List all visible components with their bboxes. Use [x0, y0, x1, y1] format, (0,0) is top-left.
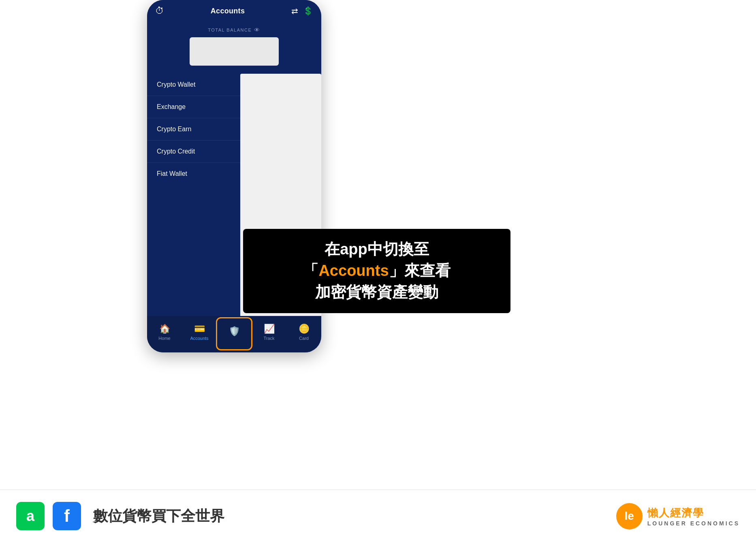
- annotation-line2-prefix: 「: [303, 262, 318, 279]
- balance-amount-placeholder: [190, 37, 279, 66]
- annotation-line2-suffix: 」來查看: [389, 262, 451, 279]
- menu-label-crypto-wallet: Crypto Wallet: [157, 81, 195, 88]
- nav-label-card: Card: [299, 336, 309, 341]
- nav-item-track[interactable]: 📈 Track: [252, 324, 286, 341]
- nav-label-home: Home: [158, 336, 170, 341]
- annotation-line2: 「Accounts」來查看: [255, 260, 498, 282]
- eye-icon[interactable]: 👁: [254, 27, 261, 33]
- nav-label-track: Track: [263, 336, 274, 341]
- clock-icon[interactable]: ⏱: [155, 6, 164, 16]
- menu-label-crypto-credit: Crypto Credit: [157, 148, 195, 155]
- menu-label-crypto-earn: Crypto Earn: [157, 126, 191, 133]
- facebook-letter: f: [64, 506, 70, 526]
- lounger-letter: le: [625, 510, 634, 523]
- annotation-line1: 在app中切換至: [255, 239, 498, 260]
- green-logo: a: [16, 502, 45, 530]
- bottom-navigation: 🏠 Home 💳 Accounts 🛡️ 📈 Track 🪙 Card: [147, 316, 321, 352]
- header-title: Accounts: [211, 7, 245, 15]
- bottom-main-text: 數位貨幣買下全世界: [93, 506, 224, 526]
- lounger-name-english: LOUNGER ECONOMICS: [647, 520, 740, 527]
- bottom-bar: a f 數位貨幣買下全世界 le 懶人經濟學 LOUNGER ECONOMICS: [0, 489, 756, 542]
- defi-icon: 🛡️: [229, 326, 240, 337]
- lounger-name-chinese: 懶人經濟學: [647, 506, 740, 520]
- balance-section: TOTAL BALANCE 👁: [147, 20, 321, 74]
- facebook-logo: f: [53, 502, 81, 530]
- currency-icon[interactable]: 💲: [303, 6, 313, 16]
- phone-header: ⏱ Accounts ⇄ 💲: [147, 0, 321, 20]
- lounger-circle-icon: le: [616, 503, 643, 529]
- balance-label: TOTAL BALANCE 👁: [208, 27, 260, 33]
- card-icon: 🪙: [299, 324, 310, 334]
- nav-item-accounts[interactable]: 💳 Accounts: [182, 324, 217, 341]
- lounger-text-block: 懶人經濟學 LOUNGER ECONOMICS: [647, 506, 740, 527]
- home-icon: 🏠: [159, 324, 170, 334]
- annotation-text: 在app中切換至 「Accounts」來查看 加密貨幣資產變動: [255, 239, 498, 303]
- nav-item-defi[interactable]: 🛡️: [217, 326, 252, 338]
- nav-item-card[interactable]: 🪙 Card: [286, 324, 321, 341]
- nav-label-accounts: Accounts: [190, 336, 208, 341]
- green-logo-letter: a: [26, 508, 34, 525]
- track-icon: 📈: [264, 324, 275, 334]
- annotation-highlight: Accounts: [318, 262, 389, 279]
- transfer-icon[interactable]: ⇄: [291, 6, 298, 16]
- annotation-line3: 加密貨幣資產變動: [255, 282, 498, 303]
- annotation-box: 在app中切換至 「Accounts」來查看 加密貨幣資產變動: [243, 229, 510, 313]
- accounts-icon: 💳: [194, 324, 205, 334]
- lounger-logo: le 懶人經濟學 LOUNGER ECONOMICS: [616, 503, 740, 529]
- menu-label-fiat-wallet: Fiat Wallet: [157, 170, 187, 177]
- nav-item-home[interactable]: 🏠 Home: [147, 324, 182, 341]
- menu-label-exchange: Exchange: [157, 103, 186, 111]
- header-right-icons: ⇄ 💲: [291, 6, 313, 16]
